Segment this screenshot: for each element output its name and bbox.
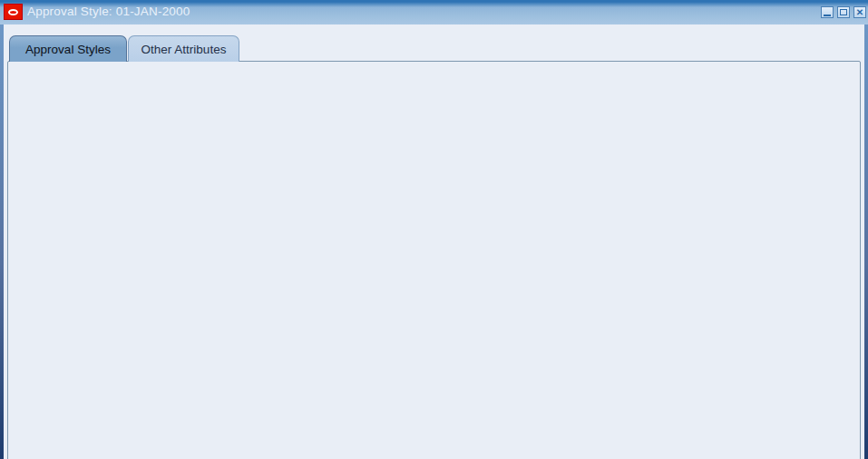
tab-label: Approval Styles — [25, 43, 111, 56]
oracle-ring-icon — [8, 9, 18, 15]
window-title: Approval Style: 01-JAN-2000 — [27, 5, 190, 18]
maximize-button[interactable] — [837, 6, 850, 18]
oracle-logo-icon — [4, 4, 23, 20]
approval-style-window: Approval Style: 01-JAN-2000 ✕ Approval S… — [0, 0, 868, 459]
tab-approval-styles[interactable]: Approval Styles — [9, 35, 127, 62]
window-controls: ✕ — [821, 6, 866, 18]
tab-label: Other Attributes — [141, 43, 227, 56]
minimize-icon — [824, 15, 831, 16]
close-icon: ✕ — [856, 8, 863, 17]
window-right-border — [864, 24, 868, 459]
window-titlebar[interactable]: Approval Style: 01-JAN-2000 ✕ — [0, 0, 868, 24]
close-button[interactable]: ✕ — [853, 6, 866, 18]
window-left-border — [0, 24, 4, 459]
approval-styles-tab-panel — [7, 61, 861, 459]
maximize-icon — [840, 9, 847, 15]
tab-other-attributes[interactable]: Other Attributes — [128, 35, 239, 62]
minimize-button[interactable] — [821, 6, 834, 18]
